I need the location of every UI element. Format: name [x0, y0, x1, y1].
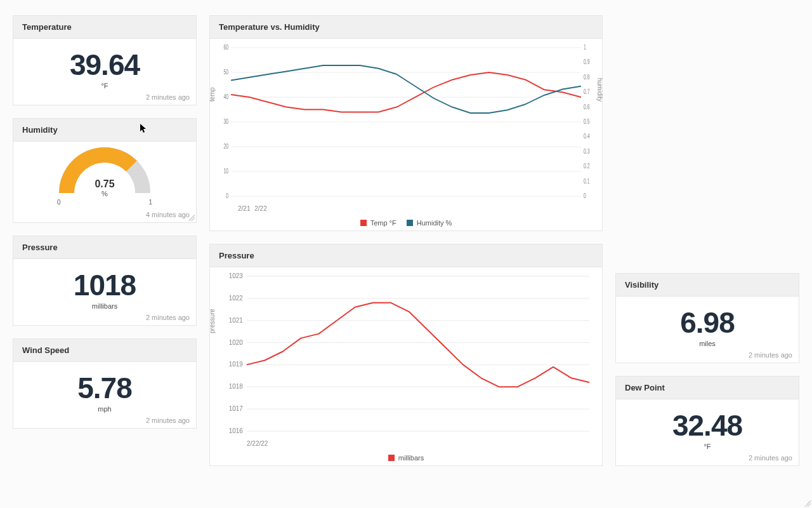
svg-text:0.9: 0.9 — [584, 58, 590, 66]
svg-text:0: 0 — [584, 192, 586, 200]
svg-text:1023: 1023 — [229, 272, 244, 279]
swatch-icon — [407, 220, 413, 226]
temperature-value: 39.64 — [16, 50, 193, 79]
humidity-footer: 4 minutes ago — [13, 208, 196, 222]
svg-text:1021: 1021 — [229, 317, 244, 324]
pressure-metric-title: Pressure — [13, 236, 196, 259]
svg-text:0.2: 0.2 — [584, 163, 590, 170]
humidity-body: 0.75 % 0 1 — [13, 142, 196, 208]
temp-humidity-svg: 010203040506000.10.20.30.40.50.60.70.80.… — [216, 44, 596, 203]
dewpoint-card[interactable]: Dew Point 32.48 °F 2 minutes ago — [615, 376, 799, 466]
humidity-title: Humidity — [13, 119, 196, 142]
pressure-svg: 10161017101810191020102110221023 — [216, 272, 596, 438]
visibility-title: Visibility — [616, 274, 799, 297]
temperature-title: Temperature — [13, 16, 196, 39]
visibility-body: 6.98 miles — [616, 297, 799, 349]
th-xtick-0: 2/21 — [238, 205, 250, 212]
svg-text:10: 10 — [223, 168, 228, 175]
th-legend-temp-label: Temp °F — [370, 219, 396, 227]
temperature-unit: °F — [16, 82, 193, 90]
windspeed-value: 5.78 — [16, 373, 193, 403]
svg-text:0.1: 0.1 — [584, 177, 590, 185]
pressure-metric-value: 1018 — [16, 271, 193, 300]
svg-text:1: 1 — [584, 44, 586, 51]
windspeed-title: Wind Speed — [13, 339, 196, 362]
right-column: Visibility 6.98 miles 2 minutes ago Dew … — [615, 15, 799, 466]
svg-text:0.8: 0.8 — [584, 73, 590, 81]
resize-handle-icon[interactable] — [804, 500, 811, 507]
pressure-chart-card[interactable]: Pressure pressure 1016101710181019102010… — [209, 244, 603, 466]
th-xtick-1: 2/22 — [254, 205, 266, 212]
swatch-icon — [388, 455, 395, 461]
svg-text:1019: 1019 — [229, 361, 244, 368]
svg-text:0.3: 0.3 — [584, 147, 590, 155]
th-ylabel-right: humidity — [596, 78, 603, 102]
temperature-footer: 2 minutes ago — [13, 91, 196, 105]
svg-text:30: 30 — [223, 118, 228, 126]
svg-text:1020: 1020 — [229, 339, 244, 346]
windspeed-body: 5.78 mph — [13, 362, 196, 414]
temp-humidity-chart-card[interactable]: Temperature vs. Humidity temp humidity 0… — [209, 15, 603, 231]
pressure-metric-body: 1018 millibars — [13, 259, 196, 311]
dashboard-grid: Temperature 39.64 °F 2 minutes ago Humid… — [13, 15, 799, 479]
pressure-chart-body: pressure 1016101710181019102010211022102… — [210, 267, 602, 450]
svg-text:60: 60 — [223, 44, 228, 51]
pressure-metric-card[interactable]: Pressure 1018 millibars 2 minutes ago — [13, 236, 197, 326]
visibility-card[interactable]: Visibility 6.98 miles 2 minutes ago — [615, 273, 799, 363]
temperature-body: 39.64 °F — [13, 39, 196, 91]
dewpoint-body: 32.48 °F — [616, 399, 799, 451]
temp-humidity-title: Temperature vs. Humidity — [210, 16, 602, 39]
th-legend: Temp °F Humidity % — [210, 215, 602, 231]
pressure-chart-title: Pressure — [210, 244, 602, 267]
svg-text:50: 50 — [223, 69, 228, 76]
th-legend-humidity: Humidity % — [407, 219, 452, 227]
dewpoint-unit: °F — [619, 443, 796, 450]
swatch-icon — [360, 220, 367, 226]
temp-humidity-body: temp humidity 010203040506000.10.20.30.4… — [210, 39, 602, 215]
humidity-unit: % — [95, 190, 114, 197]
svg-text:20: 20 — [223, 143, 228, 150]
dewpoint-title: Dew Point — [616, 377, 799, 399]
dewpoint-footer: 2 minutes ago — [616, 451, 799, 465]
svg-text:0.7: 0.7 — [584, 88, 590, 96]
pressure-ylabel: pressure — [209, 309, 216, 333]
humidity-scale: 0 1 — [57, 199, 152, 206]
svg-text:0: 0 — [226, 192, 228, 200]
pressure-metric-footer: 2 minutes ago — [13, 311, 196, 325]
svg-text:1018: 1018 — [229, 383, 244, 390]
humidity-min: 0 — [57, 199, 61, 206]
visibility-value: 6.98 — [619, 308, 796, 337]
humidity-value: 0.75 — [95, 178, 114, 190]
th-ylabel-left: temp — [209, 88, 216, 102]
svg-text:0.6: 0.6 — [584, 103, 590, 110]
pressure-metric-unit: millibars — [16, 302, 193, 310]
svg-text:0.5: 0.5 — [584, 118, 590, 126]
visibility-footer: 2 minutes ago — [616, 349, 799, 363]
pressure-xtick: 2/22/22 — [247, 440, 268, 447]
pressure-legend-item: millibars — [388, 454, 424, 462]
windspeed-footer: 2 minutes ago — [13, 414, 196, 428]
left-column: Temperature 39.64 °F 2 minutes ago Humid… — [13, 15, 197, 466]
windspeed-unit: mph — [16, 405, 193, 413]
dewpoint-value: 32.48 — [619, 411, 796, 440]
visibility-unit: miles — [619, 340, 796, 347]
svg-text:40: 40 — [223, 93, 228, 101]
svg-text:1017: 1017 — [229, 405, 244, 412]
svg-text:1022: 1022 — [229, 295, 244, 302]
th-legend-temp: Temp °F — [360, 219, 396, 227]
humidity-max: 1 — [148, 199, 152, 206]
th-legend-humidity-label: Humidity % — [417, 219, 452, 227]
humidity-card[interactable]: Humidity 0.75 % 0 1 4 minutes ago — [13, 118, 197, 223]
pressure-legend-label: millibars — [398, 454, 424, 462]
svg-text:0.4: 0.4 — [584, 133, 590, 140]
windspeed-card[interactable]: Wind Speed 5.78 mph 2 minutes ago — [13, 338, 197, 429]
temperature-card[interactable]: Temperature 39.64 °F 2 minutes ago — [13, 15, 197, 105]
pressure-legend: millibars — [210, 450, 602, 465]
middle-column: Temperature vs. Humidity temp humidity 0… — [209, 15, 603, 466]
resize-handle-icon[interactable] — [188, 215, 195, 221]
svg-text:1016: 1016 — [229, 427, 244, 434]
